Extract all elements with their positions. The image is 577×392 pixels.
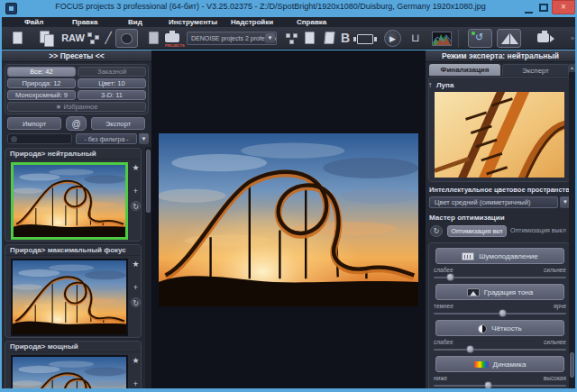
preset-search-input[interactable] [7, 133, 72, 144]
optimizer-header: Мастер оптимизации [429, 214, 505, 222]
expert-scrollbar[interactable]: ▲ [569, 64, 575, 388]
tone-slider[interactable] [434, 313, 566, 315]
magnifier-label-text: Лупа [436, 81, 453, 89]
export-image-icon[interactable] [305, 32, 315, 44]
scroll-up-icon[interactable]: ▲ [569, 64, 575, 72]
up-arrow-icon[interactable]: ↑ [428, 80, 433, 89]
dynamics-icon [474, 361, 489, 368]
presets-panel: >> Пресеты << Все: 42 Заказной Природа: … [2, 50, 151, 388]
preset-scrollbar[interactable] [145, 147, 151, 388]
save-icon[interactable] [149, 32, 159, 44]
noise-reduction-button[interactable]: Шумоподавление [435, 248, 564, 264]
optimization-on-button[interactable]: Оптимизация вкл [447, 225, 507, 237]
export-button[interactable]: Экспорт [91, 117, 145, 130]
bold-b-icon[interactable]: B [339, 31, 352, 46]
preset-filter-dropdown[interactable]: - без фильтра - [76, 133, 137, 144]
expert-panel-header[interactable]: Режим эксперта: нейтральный [426, 50, 575, 62]
preset-title: Природа> нейтральный [5, 149, 141, 160]
star-icon[interactable]: ★ [131, 260, 141, 269]
close-button[interactable]: × [552, 0, 575, 14]
project-select[interactable]: DENOISE projects 2 professional ▼ [187, 32, 277, 45]
noise-icon [462, 252, 474, 260]
filter-color-button[interactable]: Цвет: 10 [78, 78, 146, 88]
clarity-slider[interactable] [434, 349, 566, 351]
star-icon[interactable]: ★ [131, 163, 141, 173]
preset-thumbnail[interactable] [11, 355, 128, 388]
projects-camera-icon[interactable] [165, 33, 179, 42]
optimization-off-button[interactable]: Оптимизация выкл [510, 227, 566, 233]
preset-item-strong[interactable]: Природа> мощный ★ + [5, 341, 142, 388]
minimize-button[interactable] [525, 5, 533, 14]
clarity-icon [478, 324, 487, 333]
slider-min-label: слабее [434, 267, 453, 273]
new-file-icon[interactable] [13, 32, 23, 44]
slider-thumb[interactable] [499, 309, 507, 317]
menu-view[interactable]: Вид [128, 18, 142, 26]
play-icon[interactable]: ▶ [384, 30, 401, 47]
menu-edit[interactable]: Правка [72, 18, 97, 26]
menu-addons[interactable]: Надстройки [231, 18, 273, 26]
maximize-button[interactable] [539, 4, 548, 12]
preset-thumbnail-selected[interactable] [11, 162, 128, 240]
email-presets-button[interactable]: @ [66, 116, 87, 131]
scrollbar-thumb[interactable] [570, 352, 574, 378]
histogram-icon[interactable] [432, 32, 452, 46]
preset-thumbnail[interactable] [11, 259, 128, 336]
refresh-icon[interactable]: ↻ [131, 297, 141, 307]
frame-icon[interactable]: ⊔ [409, 31, 422, 46]
send-image-icon[interactable] [324, 32, 334, 44]
tab-finalize[interactable]: Финализация [429, 64, 500, 76]
slider-thumb[interactable] [466, 345, 474, 353]
filter-3d-button[interactable]: 3-D: 11 [78, 90, 146, 100]
filter-mono-button[interactable]: Монохромный: 9 [7, 90, 76, 100]
slider-label: Динамика [493, 360, 527, 369]
camera-export-icon[interactable] [537, 33, 549, 42]
refresh-icon[interactable]: ↻ [131, 201, 141, 211]
toolbar-separator [458, 30, 459, 47]
filter-custom-button[interactable]: Заказной [78, 67, 146, 77]
window-title: FOCUS projects 3 professional (64-бит) -… [0, 2, 541, 11]
favorites-button[interactable]: ★ Избранное [7, 102, 146, 112]
preset-list: Природа> нейтральный ★ + ↻ П [4, 147, 144, 388]
slider-thumb[interactable] [446, 273, 454, 281]
presets-panel-header[interactable]: >> Пресеты << [2, 50, 151, 62]
raw-import-icon[interactable]: RAW [61, 31, 85, 46]
filter-nature-button[interactable]: Природа: 12 [7, 78, 76, 88]
plus-icon[interactable]: + [131, 187, 141, 196]
chevron-down-icon[interactable]: ▼ [265, 33, 275, 43]
image-canvas[interactable] [151, 50, 426, 388]
batch-nodes-icon[interactable] [87, 32, 100, 45]
menu-help[interactable]: Справка [297, 18, 326, 26]
palette-icon [121, 33, 133, 44]
clarity-button[interactable]: Чёткость [435, 320, 564, 336]
tab-expert[interactable]: Эксперт [502, 64, 569, 76]
palette-button[interactable] [115, 29, 138, 48]
menu-tools[interactable]: Инструменты [169, 18, 217, 26]
plus-icon[interactable]: + [131, 379, 141, 388]
dynamics-button[interactable]: Динамика [435, 356, 564, 372]
brush-icon[interactable]: ╱ [103, 31, 114, 46]
main-image[interactable] [159, 133, 418, 306]
dynamics-slider[interactable] [434, 385, 566, 387]
compare-original-button[interactable]: ↺ [468, 29, 492, 48]
import-button[interactable]: Импорт [7, 117, 61, 130]
magnifier-preview[interactable] [435, 92, 564, 178]
preset-item-neutral[interactable]: Природа> нейтральный ★ + ↻ [5, 148, 142, 242]
filter-all-button[interactable]: Все: 42 [7, 67, 76, 77]
bracketing-icon[interactable] [357, 34, 373, 44]
flip-horizontal-button[interactable] [497, 29, 521, 48]
copy-icon[interactable] [44, 34, 54, 47]
preset-item-maxfocus[interactable]: Природа> максимальный фокус ★ + ↻ [5, 244, 142, 338]
color-space-dropdown[interactable]: Цвет средний (симметричный) [429, 196, 558, 208]
chevron-down-icon[interactable]: ▼ [139, 133, 149, 144]
tone-gradation-button[interactable]: Градация тона [435, 284, 564, 300]
workflow-icon[interactable] [286, 33, 298, 46]
titlebar[interactable]: FOCUS projects 3 professional (64-бит) -… [0, 0, 577, 17]
slider-group-noise: Шумоподавление слабее сильнее [429, 246, 571, 282]
noise-slider[interactable] [434, 277, 566, 278]
menu-file[interactable]: Файл [24, 18, 43, 26]
star-icon[interactable]: ★ [131, 356, 141, 366]
plus-icon[interactable]: + [131, 283, 141, 293]
optimizer-refresh-icon[interactable]: ↻ [430, 225, 443, 237]
scrollbar-thumb[interactable] [146, 150, 151, 213]
